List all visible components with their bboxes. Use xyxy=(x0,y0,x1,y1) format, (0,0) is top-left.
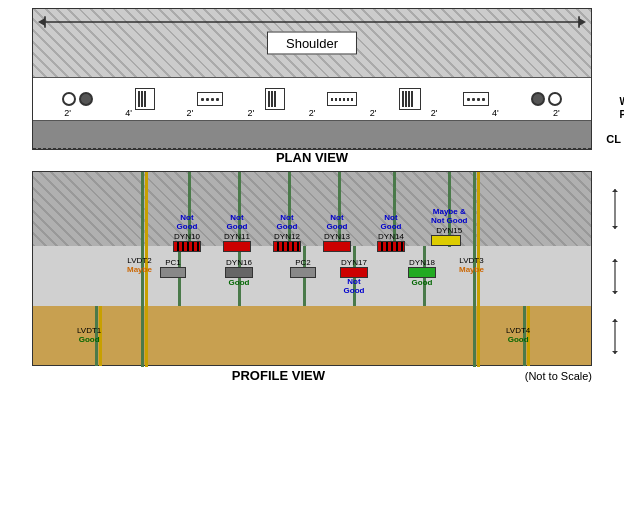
dyn14-sensor: NotGood DYN14 xyxy=(377,214,405,252)
layer-atb: PC1 DYN16 Good PC2 xyxy=(32,246,592,306)
lvdt2-label: LVDT2 Maybe xyxy=(127,256,152,274)
dyn15-sensor: Maybe &Not Good DYN15 xyxy=(431,208,467,246)
svg-marker-18 xyxy=(612,351,618,354)
dyn11-sensor: NotGood DYN11 xyxy=(223,214,251,252)
lvdt1-label: LVDT1 Good xyxy=(77,326,101,344)
shoulder-label: Shoulder xyxy=(267,32,357,55)
cl-line xyxy=(33,148,591,149)
svg-marker-7 xyxy=(579,18,586,26)
svg-marker-6 xyxy=(38,18,45,26)
lvdt4-label: LVDT4 Good xyxy=(506,326,530,344)
ac-label: 7" AC xyxy=(609,171,624,246)
sensor-bars-3 xyxy=(399,88,421,110)
svg-marker-15 xyxy=(612,291,618,294)
profile-diagram: NotGood DYN10 NotGood DYN11 NotGood DYN1… xyxy=(32,171,592,366)
dyn13-sensor: NotGood DYN13 xyxy=(323,214,351,252)
sensor-dashes-2 xyxy=(327,92,357,106)
dyn17-sensor: DYN17 NotGood xyxy=(340,258,368,296)
pc1-sensor: PC1 xyxy=(160,258,186,278)
profile-view-label: PROFILE VIEW xyxy=(32,368,525,383)
sensor-bars-2 xyxy=(265,88,285,110)
layer-ss: LVDT1 Good LVDT4 Good xyxy=(32,306,592,366)
atb-label: 12" ATB xyxy=(609,246,624,306)
profile-view-section: NotGood DYN10 NotGood DYN11 NotGood DYN1… xyxy=(10,171,614,385)
dyn10-sensor: NotGood DYN10 xyxy=(173,214,201,252)
dyn12-sensor: NotGood DYN12 xyxy=(273,214,301,252)
shoulder-area: 22 ft. Shoulder xyxy=(33,9,591,77)
svg-marker-11 xyxy=(612,189,618,192)
dyn18-sensor: DYN18 Good xyxy=(408,258,436,287)
profile-outer: NotGood DYN10 NotGood DYN11 NotGood DYN1… xyxy=(32,171,592,366)
sensor-circle-4 xyxy=(548,92,562,106)
plan-bottom xyxy=(33,121,591,149)
main-container: 22 ft. Shoulder xyxy=(0,0,624,508)
lvdt3-label: LVDT3 Maybe xyxy=(459,256,484,274)
sensor-circle-1 xyxy=(62,92,76,106)
layer-ac: NotGood DYN10 NotGood DYN11 NotGood DYN1… xyxy=(32,171,592,246)
dyn16-sensor: DYN16 Good xyxy=(225,258,253,287)
not-to-scale-label: (Not to Scale) xyxy=(525,370,592,382)
sensor-circle-3 xyxy=(531,92,545,106)
sensor-dashes-3 xyxy=(463,92,489,106)
ss-label: 12' SS xyxy=(609,306,624,366)
plan-diagram: 22 ft. Shoulder xyxy=(32,8,592,150)
sensor-circle-2 xyxy=(79,92,93,106)
svg-marker-14 xyxy=(612,259,618,262)
pc2-sensor: PC2 xyxy=(290,258,316,278)
sensor-dashes-1 xyxy=(197,92,223,106)
wheel-path-label: WheelPath xyxy=(620,95,624,121)
road-measurements: 2'4'2'2'2'2'2'4'2' xyxy=(33,108,591,118)
layer-annotations: 7" AC 12" ATB xyxy=(609,171,624,366)
sensor-bars-1 xyxy=(135,88,155,110)
profile-label-row: PROFILE VIEW (Not to Scale) xyxy=(32,368,592,383)
svg-marker-17 xyxy=(612,319,618,322)
svg-marker-12 xyxy=(612,226,618,229)
plan-view-label: PLAN VIEW xyxy=(276,150,348,165)
plan-view-section: 22 ft. Shoulder xyxy=(10,8,614,167)
cl-label: CL xyxy=(606,133,621,145)
road-strip: 2'4'2'2'2'2'2'4'2' xyxy=(33,77,591,121)
